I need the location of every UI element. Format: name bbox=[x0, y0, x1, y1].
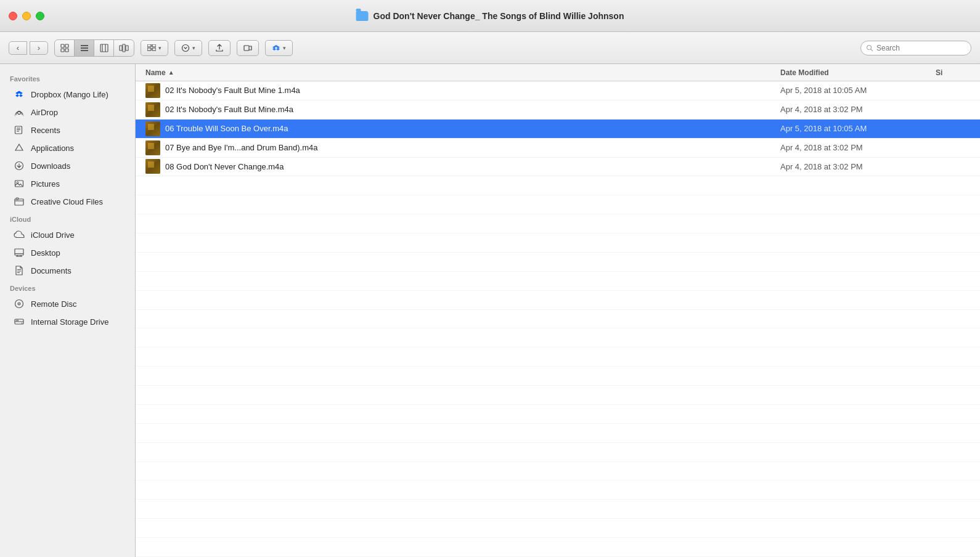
minimize-button[interactable] bbox=[22, 12, 31, 20]
file-date: Apr 5, 2018 at 10:05 AM bbox=[770, 124, 931, 133]
file-thumbnail bbox=[145, 159, 160, 174]
window-title: God Don't Never Change_ The Songs of Bli… bbox=[374, 11, 624, 21]
sidebar-label-icloud-drive: iCloud Drive bbox=[31, 230, 75, 240]
file-date: Apr 4, 2018 at 3:02 PM bbox=[770, 162, 931, 171]
sidebar-item-downloads[interactable]: Downloads bbox=[4, 157, 131, 174]
sidebar-label-airdrop: AirDrop bbox=[31, 108, 58, 117]
date-column-header[interactable]: Date Modified bbox=[770, 68, 931, 77]
empty-row bbox=[136, 367, 980, 386]
name-sort-arrow: ▲ bbox=[168, 69, 174, 76]
svg-rect-16 bbox=[152, 48, 156, 51]
cover-flow-button[interactable] bbox=[114, 40, 134, 56]
dropbox-button[interactable]: ▾ bbox=[265, 40, 293, 56]
sidebar-item-applications[interactable]: Applications bbox=[4, 139, 131, 157]
sidebar-item-documents[interactable]: Documents bbox=[4, 262, 131, 279]
empty-row bbox=[136, 424, 980, 443]
sidebar-label-recents: Recents bbox=[31, 126, 60, 135]
empty-row bbox=[136, 310, 980, 329]
svg-rect-2 bbox=[61, 49, 64, 52]
column-view-button[interactable] bbox=[94, 40, 114, 56]
sidebar-label-desktop: Desktop bbox=[31, 248, 60, 258]
sidebar-label-remote-disc: Remote Disc bbox=[31, 299, 76, 309]
empty-row bbox=[136, 214, 980, 234]
table-row[interactable]: 06 Trouble Will Soon Be Over.m4a Apr 5, … bbox=[136, 120, 980, 139]
harddrive-icon bbox=[14, 316, 25, 327]
sidebar-label-dropbox: Dropbox (Mango Life) bbox=[31, 90, 108, 99]
creative-cloud-icon bbox=[14, 196, 25, 207]
title-bar-center: God Don't Never Change_ The Songs of Bli… bbox=[356, 11, 624, 21]
search-input[interactable] bbox=[876, 44, 957, 52]
dropbox-arrow: ▾ bbox=[283, 45, 286, 51]
svg-rect-11 bbox=[123, 44, 125, 52]
file-list: Name ▲ Date Modified Si 02 It's Nobody's… bbox=[136, 64, 980, 557]
size-column-header[interactable]: Si bbox=[931, 68, 980, 77]
svg-rect-0 bbox=[61, 44, 64, 47]
share-button[interactable] bbox=[208, 40, 231, 56]
sidebar-item-pictures[interactable]: Pictures bbox=[4, 175, 131, 192]
svg-rect-10 bbox=[120, 46, 122, 51]
dropbox-icon bbox=[14, 89, 25, 100]
documents-icon bbox=[14, 265, 25, 276]
sidebar-item-remote-disc[interactable]: Remote Disc bbox=[4, 295, 131, 312]
view-mode-buttons bbox=[54, 39, 134, 57]
traffic-lights bbox=[9, 12, 44, 20]
tag-button[interactable] bbox=[237, 40, 259, 56]
sidebar-label-applications: Applications bbox=[31, 144, 74, 153]
table-row[interactable]: 08 God Don't Never Change.m4a Apr 4, 201… bbox=[136, 158, 980, 177]
empty-row bbox=[136, 538, 980, 557]
svg-rect-13 bbox=[147, 44, 151, 47]
file-thumbnail bbox=[145, 83, 160, 98]
empty-row bbox=[136, 481, 980, 500]
nav-buttons: ‹ › bbox=[9, 41, 48, 55]
icloud-drive-icon bbox=[14, 229, 25, 240]
file-date: Apr 5, 2018 at 10:05 AM bbox=[770, 86, 931, 95]
actions-arrow: ▾ bbox=[192, 45, 195, 51]
recents-icon bbox=[14, 124, 25, 136]
maximize-button[interactable] bbox=[36, 12, 44, 20]
pictures-icon bbox=[14, 178, 25, 189]
empty-row bbox=[136, 291, 980, 310]
sidebar-item-airdrop[interactable]: AirDrop bbox=[4, 104, 131, 121]
group-by-button[interactable]: ▾ bbox=[141, 40, 168, 56]
actions-button[interactable]: ▾ bbox=[174, 40, 202, 56]
file-date: Apr 4, 2018 at 3:02 PM bbox=[770, 143, 931, 152]
sidebar: Favorites Dropbox (Mango Life) AirDrop bbox=[0, 64, 136, 557]
empty-row bbox=[136, 405, 980, 424]
sidebar-item-creative-cloud[interactable]: Creative Cloud Files bbox=[4, 193, 131, 210]
sidebar-item-recents[interactable]: Recents bbox=[4, 121, 131, 139]
sidebar-item-desktop[interactable]: Desktop bbox=[4, 244, 131, 261]
file-name: 08 God Don't Never Change.m4a bbox=[136, 159, 770, 174]
sidebar-item-icloud-drive[interactable]: iCloud Drive bbox=[4, 226, 131, 243]
file-name: 07 Bye and Bye I'm...and Drum Band).m4a bbox=[136, 140, 770, 155]
table-row[interactable]: 07 Bye and Bye I'm...and Drum Band).m4a … bbox=[136, 139, 980, 158]
empty-row bbox=[136, 348, 980, 367]
forward-button[interactable]: › bbox=[30, 41, 48, 55]
search-box[interactable] bbox=[860, 41, 971, 55]
list-view-button[interactable] bbox=[75, 40, 94, 56]
table-row[interactable]: 02 It's Nobody's Fault But Mine.m4a Apr … bbox=[136, 100, 980, 120]
icloud-section-label: iCloud bbox=[0, 211, 135, 226]
svg-rect-15 bbox=[147, 48, 151, 51]
sidebar-item-internal-storage[interactable]: Internal Storage Drive bbox=[4, 313, 131, 330]
sidebar-item-dropbox[interactable]: Dropbox (Mango Life) bbox=[4, 86, 131, 103]
main-content: Favorites Dropbox (Mango Life) AirDrop bbox=[0, 64, 980, 557]
name-column-header[interactable]: Name ▲ bbox=[136, 68, 770, 77]
icon-view-button[interactable] bbox=[55, 40, 75, 56]
group-by-arrow: ▾ bbox=[158, 45, 161, 51]
sidebar-label-creative-cloud: Creative Cloud Files bbox=[31, 197, 103, 206]
empty-row bbox=[136, 234, 980, 253]
svg-rect-12 bbox=[126, 46, 128, 51]
svg-rect-14 bbox=[152, 44, 156, 47]
devices-section-label: Devices bbox=[0, 280, 135, 295]
svg-rect-29 bbox=[15, 199, 23, 205]
disc-icon bbox=[14, 298, 25, 309]
table-row[interactable]: 02 It's Nobody's Fault But Mine 1.m4a Ap… bbox=[136, 81, 980, 100]
empty-row bbox=[136, 443, 980, 462]
title-bar: God Don't Never Change_ The Songs of Bli… bbox=[0, 0, 980, 32]
empty-row bbox=[136, 328, 980, 348]
file-date: Apr 4, 2018 at 3:02 PM bbox=[770, 105, 931, 114]
empty-row bbox=[136, 519, 980, 538]
back-button[interactable]: ‹ bbox=[9, 41, 27, 55]
close-button[interactable] bbox=[9, 12, 17, 20]
file-thumbnail bbox=[145, 102, 160, 117]
